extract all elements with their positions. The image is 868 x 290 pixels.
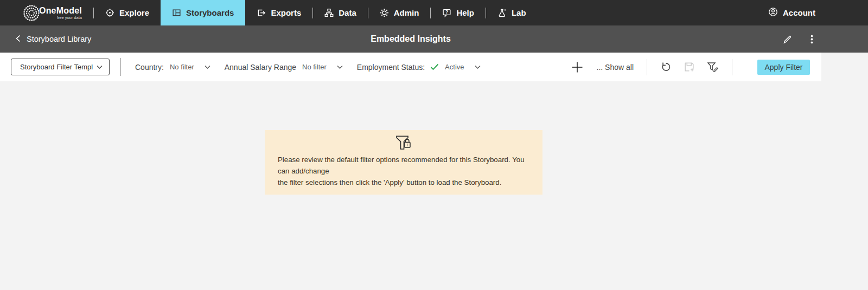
filter-annual-salary-range[interactable]: Annual Salary Range No filter — [225, 63, 343, 72]
chevron-left-icon — [15, 34, 22, 44]
filter-value: No filter — [170, 63, 194, 71]
help-bubble-icon: ? — [442, 8, 451, 17]
notice-text-line1: Please review the default filter options… — [278, 154, 529, 177]
back-label: Storyboard Library — [27, 35, 91, 43]
edit-filter-funnel-icon[interactable] — [707, 61, 719, 73]
nav-item-exports[interactable]: Exports — [245, 0, 312, 25]
nav-item-label: Help — [456, 8, 474, 17]
nav-item-admin[interactable]: Admin — [368, 0, 431, 25]
explore-compass-icon — [105, 8, 114, 17]
filter-bar-divider — [732, 59, 732, 75]
storyboards-dashboard-icon — [172, 8, 181, 17]
filter-bar: Storyboard Filter Templ Country: No filt… — [0, 53, 821, 81]
filter-label: Annual Salary Range — [225, 63, 296, 72]
onemodel-logo[interactable]: OneModel free your data — [21, 0, 93, 25]
filter-bar-divider — [120, 58, 121, 76]
svg-text:?: ? — [445, 9, 448, 15]
filter-review-notice: Please review the default filter options… — [265, 130, 542, 195]
save-filter-icon — [684, 61, 695, 73]
locked-filter-funnel-icon — [278, 135, 529, 151]
storyboard-header: Storyboard Library Embedded Insights — [0, 25, 868, 53]
checkmark-icon — [430, 63, 439, 70]
storyboard-canvas: Please review the default filter options… — [0, 130, 868, 290]
back-to-storyboard-library[interactable]: Storyboard Library — [15, 34, 91, 44]
notice-text-line2: the filter selections then click the 'Ap… — [278, 177, 529, 188]
chevron-down-icon — [475, 65, 481, 69]
filter-value: Active — [445, 63, 464, 71]
filter-country[interactable]: Country: No filter — [135, 63, 210, 72]
account-menu[interactable]: Account — [768, 0, 815, 25]
kebab-menu-icon[interactable] — [807, 34, 816, 44]
account-person-icon — [768, 7, 778, 18]
nav-item-label: Admin — [394, 8, 419, 17]
logo-title: OneModel — [39, 6, 82, 15]
filter-employment-status[interactable]: Employment Status: Active — [357, 63, 481, 72]
nav-item-label: Explore — [119, 8, 149, 17]
filter-value: No filter — [302, 63, 327, 71]
undo-icon[interactable] — [660, 61, 672, 73]
lab-flask-icon — [497, 8, 507, 17]
filter-label: Employment Status: — [357, 63, 425, 72]
show-all-link[interactable]: ... Show all — [597, 63, 634, 72]
nav-item-label: Lab — [512, 8, 526, 17]
filter-bar-divider — [647, 59, 647, 75]
chevron-down-icon — [205, 65, 210, 69]
nav-item-label: Data — [339, 8, 356, 17]
nav-item-explore[interactable]: Explore — [94, 0, 161, 25]
export-arrow-icon — [257, 8, 266, 17]
add-filter-plus-icon[interactable] — [571, 61, 584, 74]
apply-filter-button[interactable]: Apply Filter — [757, 60, 810, 75]
template-dropdown-value: Storyboard Filter Templ — [20, 63, 93, 71]
account-label: Account — [783, 8, 815, 17]
nav-item-label: Storyboards — [186, 8, 234, 17]
nav-item-label: Exports — [271, 8, 301, 17]
nav-item-help[interactable]: ? Help — [431, 0, 486, 25]
page-title: Embedded Insights — [0, 34, 821, 44]
chevron-down-icon — [337, 65, 343, 69]
nav-item-storyboards[interactable]: Storyboards — [161, 0, 245, 25]
data-sitemap-icon — [324, 8, 334, 17]
edit-pencil-icon[interactable] — [782, 34, 793, 44]
top-nav: OneModel free your data Explore Storyboa… — [0, 0, 868, 25]
gear-icon — [380, 8, 389, 17]
storyboard-filter-template-dropdown[interactable]: Storyboard Filter Templ — [11, 59, 110, 75]
logo-tagline: free your data — [57, 15, 82, 20]
chevron-down-icon — [97, 63, 103, 71]
nav-item-lab[interactable]: Lab — [486, 0, 538, 25]
nav-item-data[interactable]: Data — [313, 0, 368, 25]
filter-label: Country: — [135, 63, 164, 72]
